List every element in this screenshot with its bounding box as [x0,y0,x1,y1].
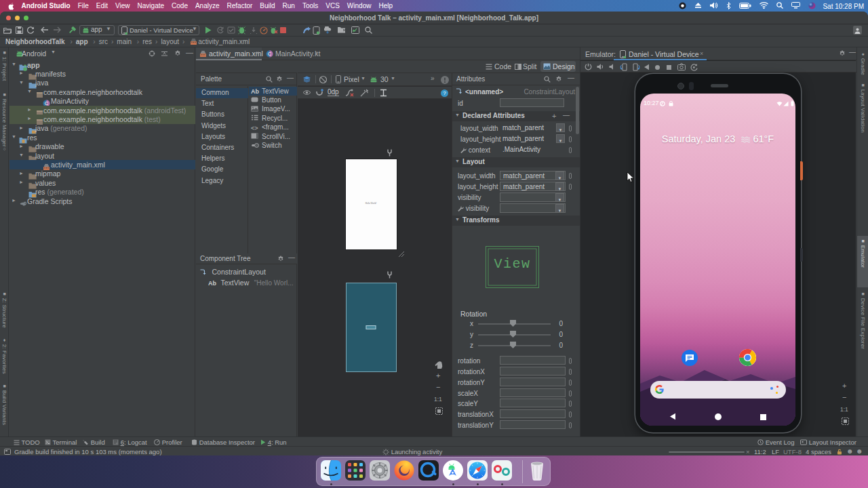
svg-text:C: C [268,51,272,57]
